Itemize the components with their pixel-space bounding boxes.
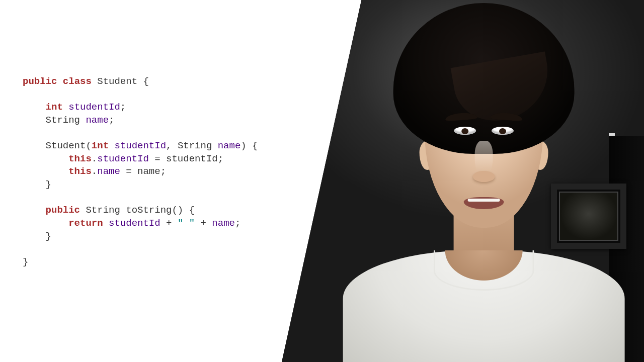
keyword-return: return [68, 218, 103, 229]
keyword-this: this [68, 153, 92, 164]
keyword-int: int [46, 102, 63, 113]
field-studentid: studentId [63, 102, 120, 113]
eye-left [454, 127, 476, 135]
eye-right [492, 127, 514, 135]
keyword-public: public [23, 76, 57, 87]
string-literal: " " [178, 218, 195, 229]
type-string: String [46, 115, 86, 126]
presenter [353, 0, 615, 362]
constructor-name: Student( [46, 140, 92, 151]
class-name: Student [97, 76, 137, 87]
java-code-block: public class Student { int studentId; St… [23, 75, 258, 269]
method-tostring: toString [126, 205, 172, 216]
keyword-class: class [63, 76, 92, 87]
field-name: name [86, 115, 109, 126]
